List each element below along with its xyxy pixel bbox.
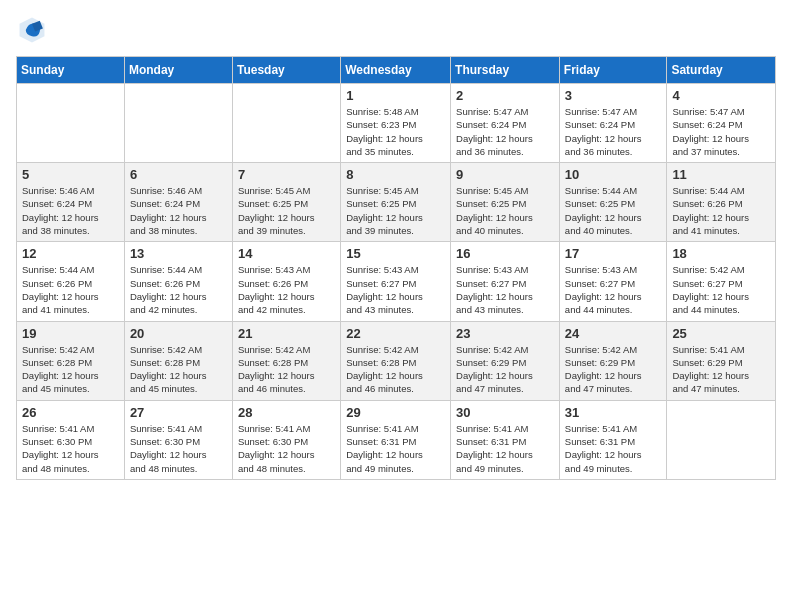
- day-content: Sunrise: 5:41 AM Sunset: 6:31 PM Dayligh…: [346, 422, 445, 475]
- day-content: Sunrise: 5:44 AM Sunset: 6:26 PM Dayligh…: [130, 263, 227, 316]
- day-content: Sunrise: 5:46 AM Sunset: 6:24 PM Dayligh…: [22, 184, 119, 237]
- day-content: Sunrise: 5:45 AM Sunset: 6:25 PM Dayligh…: [346, 184, 445, 237]
- calendar-cell: 24Sunrise: 5:42 AM Sunset: 6:29 PM Dayli…: [559, 321, 667, 400]
- day-content: Sunrise: 5:43 AM Sunset: 6:26 PM Dayligh…: [238, 263, 335, 316]
- day-number: 16: [456, 246, 554, 261]
- calendar-cell: 8Sunrise: 5:45 AM Sunset: 6:25 PM Daylig…: [341, 163, 451, 242]
- day-number: 1: [346, 88, 445, 103]
- calendar-cell: 5Sunrise: 5:46 AM Sunset: 6:24 PM Daylig…: [17, 163, 125, 242]
- calendar-cell: 2Sunrise: 5:47 AM Sunset: 6:24 PM Daylig…: [451, 84, 560, 163]
- calendar-cell: 10Sunrise: 5:44 AM Sunset: 6:25 PM Dayli…: [559, 163, 667, 242]
- day-number: 14: [238, 246, 335, 261]
- calendar-cell: 11Sunrise: 5:44 AM Sunset: 6:26 PM Dayli…: [667, 163, 776, 242]
- day-content: Sunrise: 5:44 AM Sunset: 6:25 PM Dayligh…: [565, 184, 662, 237]
- day-number: 8: [346, 167, 445, 182]
- calendar-cell: 16Sunrise: 5:43 AM Sunset: 6:27 PM Dayli…: [451, 242, 560, 321]
- day-content: Sunrise: 5:45 AM Sunset: 6:25 PM Dayligh…: [456, 184, 554, 237]
- calendar-cell: [124, 84, 232, 163]
- day-content: Sunrise: 5:42 AM Sunset: 6:28 PM Dayligh…: [130, 343, 227, 396]
- day-content: Sunrise: 5:42 AM Sunset: 6:28 PM Dayligh…: [346, 343, 445, 396]
- calendar-cell: 19Sunrise: 5:42 AM Sunset: 6:28 PM Dayli…: [17, 321, 125, 400]
- day-content: Sunrise: 5:42 AM Sunset: 6:28 PM Dayligh…: [22, 343, 119, 396]
- calendar-cell: 15Sunrise: 5:43 AM Sunset: 6:27 PM Dayli…: [341, 242, 451, 321]
- day-content: Sunrise: 5:41 AM Sunset: 6:30 PM Dayligh…: [238, 422, 335, 475]
- day-number: 10: [565, 167, 662, 182]
- calendar-body: 1Sunrise: 5:48 AM Sunset: 6:23 PM Daylig…: [17, 84, 776, 480]
- day-number: 29: [346, 405, 445, 420]
- calendar-cell: 21Sunrise: 5:42 AM Sunset: 6:28 PM Dayli…: [232, 321, 340, 400]
- weekday-header-row: SundayMondayTuesdayWednesdayThursdayFrid…: [17, 57, 776, 84]
- day-number: 4: [672, 88, 770, 103]
- calendar-cell: 18Sunrise: 5:42 AM Sunset: 6:27 PM Dayli…: [667, 242, 776, 321]
- day-number: 19: [22, 326, 119, 341]
- weekday-header: Tuesday: [232, 57, 340, 84]
- day-content: Sunrise: 5:43 AM Sunset: 6:27 PM Dayligh…: [456, 263, 554, 316]
- day-content: Sunrise: 5:45 AM Sunset: 6:25 PM Dayligh…: [238, 184, 335, 237]
- day-content: Sunrise: 5:48 AM Sunset: 6:23 PM Dayligh…: [346, 105, 445, 158]
- calendar-cell: 1Sunrise: 5:48 AM Sunset: 6:23 PM Daylig…: [341, 84, 451, 163]
- calendar-cell: 25Sunrise: 5:41 AM Sunset: 6:29 PM Dayli…: [667, 321, 776, 400]
- day-content: Sunrise: 5:47 AM Sunset: 6:24 PM Dayligh…: [565, 105, 662, 158]
- day-number: 22: [346, 326, 445, 341]
- calendar-week-row: 26Sunrise: 5:41 AM Sunset: 6:30 PM Dayli…: [17, 400, 776, 479]
- calendar-cell: 6Sunrise: 5:46 AM Sunset: 6:24 PM Daylig…: [124, 163, 232, 242]
- calendar-cell: 13Sunrise: 5:44 AM Sunset: 6:26 PM Dayli…: [124, 242, 232, 321]
- calendar-week-row: 12Sunrise: 5:44 AM Sunset: 6:26 PM Dayli…: [17, 242, 776, 321]
- weekday-header: Thursday: [451, 57, 560, 84]
- day-content: Sunrise: 5:41 AM Sunset: 6:30 PM Dayligh…: [22, 422, 119, 475]
- day-content: Sunrise: 5:43 AM Sunset: 6:27 PM Dayligh…: [346, 263, 445, 316]
- day-number: 9: [456, 167, 554, 182]
- day-number: 30: [456, 405, 554, 420]
- day-content: Sunrise: 5:41 AM Sunset: 6:29 PM Dayligh…: [672, 343, 770, 396]
- calendar-table: SundayMondayTuesdayWednesdayThursdayFrid…: [16, 56, 776, 480]
- calendar-cell: 4Sunrise: 5:47 AM Sunset: 6:24 PM Daylig…: [667, 84, 776, 163]
- calendar-cell: 7Sunrise: 5:45 AM Sunset: 6:25 PM Daylig…: [232, 163, 340, 242]
- calendar-cell: 9Sunrise: 5:45 AM Sunset: 6:25 PM Daylig…: [451, 163, 560, 242]
- day-number: 31: [565, 405, 662, 420]
- calendar-cell: 23Sunrise: 5:42 AM Sunset: 6:29 PM Dayli…: [451, 321, 560, 400]
- logo: [16, 16, 48, 44]
- calendar-cell: 31Sunrise: 5:41 AM Sunset: 6:31 PM Dayli…: [559, 400, 667, 479]
- day-content: Sunrise: 5:44 AM Sunset: 6:26 PM Dayligh…: [672, 184, 770, 237]
- day-number: 13: [130, 246, 227, 261]
- calendar-week-row: 19Sunrise: 5:42 AM Sunset: 6:28 PM Dayli…: [17, 321, 776, 400]
- calendar-cell: 29Sunrise: 5:41 AM Sunset: 6:31 PM Dayli…: [341, 400, 451, 479]
- day-number: 26: [22, 405, 119, 420]
- day-number: 12: [22, 246, 119, 261]
- day-number: 3: [565, 88, 662, 103]
- page-header: [16, 16, 776, 44]
- day-number: 5: [22, 167, 119, 182]
- calendar-cell: 27Sunrise: 5:41 AM Sunset: 6:30 PM Dayli…: [124, 400, 232, 479]
- day-number: 15: [346, 246, 445, 261]
- day-content: Sunrise: 5:41 AM Sunset: 6:31 PM Dayligh…: [456, 422, 554, 475]
- day-number: 20: [130, 326, 227, 341]
- calendar-cell: [232, 84, 340, 163]
- weekday-header: Sunday: [17, 57, 125, 84]
- calendar-cell: [667, 400, 776, 479]
- day-number: 18: [672, 246, 770, 261]
- calendar-cell: 17Sunrise: 5:43 AM Sunset: 6:27 PM Dayli…: [559, 242, 667, 321]
- day-number: 27: [130, 405, 227, 420]
- weekday-header: Monday: [124, 57, 232, 84]
- day-content: Sunrise: 5:44 AM Sunset: 6:26 PM Dayligh…: [22, 263, 119, 316]
- calendar-week-row: 1Sunrise: 5:48 AM Sunset: 6:23 PM Daylig…: [17, 84, 776, 163]
- weekday-header: Saturday: [667, 57, 776, 84]
- day-number: 11: [672, 167, 770, 182]
- calendar-cell: 20Sunrise: 5:42 AM Sunset: 6:28 PM Dayli…: [124, 321, 232, 400]
- day-content: Sunrise: 5:42 AM Sunset: 6:29 PM Dayligh…: [456, 343, 554, 396]
- day-content: Sunrise: 5:42 AM Sunset: 6:29 PM Dayligh…: [565, 343, 662, 396]
- day-number: 6: [130, 167, 227, 182]
- day-content: Sunrise: 5:46 AM Sunset: 6:24 PM Dayligh…: [130, 184, 227, 237]
- calendar-week-row: 5Sunrise: 5:46 AM Sunset: 6:24 PM Daylig…: [17, 163, 776, 242]
- day-number: 25: [672, 326, 770, 341]
- day-number: 17: [565, 246, 662, 261]
- calendar-cell: 3Sunrise: 5:47 AM Sunset: 6:24 PM Daylig…: [559, 84, 667, 163]
- calendar-cell: [17, 84, 125, 163]
- day-number: 23: [456, 326, 554, 341]
- day-content: Sunrise: 5:41 AM Sunset: 6:30 PM Dayligh…: [130, 422, 227, 475]
- calendar-cell: 14Sunrise: 5:43 AM Sunset: 6:26 PM Dayli…: [232, 242, 340, 321]
- day-content: Sunrise: 5:47 AM Sunset: 6:24 PM Dayligh…: [456, 105, 554, 158]
- calendar-header: SundayMondayTuesdayWednesdayThursdayFrid…: [17, 57, 776, 84]
- weekday-header: Friday: [559, 57, 667, 84]
- calendar-cell: 26Sunrise: 5:41 AM Sunset: 6:30 PM Dayli…: [17, 400, 125, 479]
